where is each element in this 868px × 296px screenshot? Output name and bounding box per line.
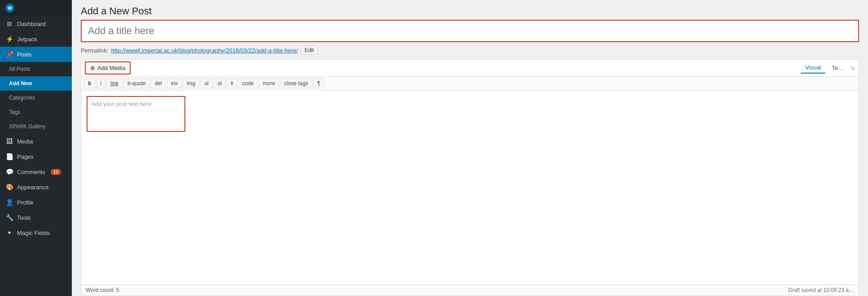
post-text-placeholder: Add your post text here bbox=[87, 96, 185, 132]
permalink-label: Permalink: bbox=[81, 47, 108, 54]
editor-body: Add your post text here bbox=[81, 91, 859, 284]
dashboard-icon: ⊞ bbox=[5, 20, 13, 27]
sidebar-item-jetpack[interactable]: ⚡ Jetpack bbox=[0, 31, 72, 47]
toolbar-close-tags[interactable]: close tags bbox=[280, 78, 312, 88]
toolbar-link[interactable]: link bbox=[106, 78, 123, 88]
title-input[interactable] bbox=[82, 21, 858, 41]
toolbar-code[interactable]: code bbox=[238, 78, 258, 88]
toolbar-more[interactable]: more bbox=[259, 78, 279, 88]
toolbar-paragraph[interactable]: ¶ bbox=[313, 78, 324, 88]
sidebar-item-tags[interactable]: Tags bbox=[0, 105, 72, 119]
toolbar-ul[interactable]: ul bbox=[200, 78, 212, 88]
pages-icon: 📄 bbox=[5, 153, 13, 160]
word-count-area: Word count: 5 bbox=[86, 287, 119, 293]
sidebar-item-spark-gallery[interactable]: SPARK Gallery bbox=[0, 119, 72, 134]
add-media-button[interactable]: ⊕ Add Media bbox=[85, 61, 131, 74]
sidebar-item-magic-fields[interactable]: ✦ Magic Fields bbox=[0, 225, 72, 240]
sidebar-item-add-new[interactable]: Add New bbox=[0, 76, 72, 91]
editor-footer: Word count: 5 Draft saved at 10:08:23 a… bbox=[81, 284, 859, 296]
permalink-edit-button[interactable]: Edit bbox=[301, 46, 318, 55]
sidebar-item-posts[interactable]: 📌 Posts bbox=[0, 47, 72, 62]
toolbar-img[interactable]: img bbox=[183, 78, 199, 88]
sidebar-logo: W bbox=[0, 0, 72, 16]
toolbar-bquote[interactable]: b-quote bbox=[123, 78, 150, 88]
toolbar-del[interactable]: del bbox=[151, 78, 166, 88]
editor-topbar: ⊕ Add Media Visual Te… ⇲ bbox=[81, 60, 859, 77]
sidebar-item-dashboard[interactable]: ⊞ Dashboard bbox=[0, 16, 72, 31]
sidebar-item-profile[interactable]: 👤 Profile bbox=[0, 195, 72, 210]
magic-fields-icon: ✦ bbox=[5, 229, 13, 236]
title-wrapper bbox=[81, 20, 859, 42]
sidebar-item-pages[interactable]: 📄 Pages bbox=[0, 149, 72, 164]
page-header: Add a New Post bbox=[72, 0, 868, 20]
wordpress-icon: W bbox=[5, 4, 14, 13]
content-area: Permalink: http://wwwf.imperial.ac.uk/bl… bbox=[72, 20, 868, 296]
add-media-icon: ⊕ bbox=[90, 65, 95, 71]
sidebar-item-categories[interactable]: Categories bbox=[0, 91, 72, 105]
editor-toolbar: b i link b-quote del ins img ul ol li co… bbox=[81, 77, 859, 91]
page-title: Add a New Post bbox=[81, 5, 859, 17]
draft-saved: Draft saved at 10:08:23 a… bbox=[788, 287, 854, 293]
toolbar-li[interactable]: li bbox=[227, 78, 237, 88]
main-content: Add a New Post Permalink: http://wwwf.im… bbox=[72, 0, 868, 296]
toolbar-ins[interactable]: ins bbox=[167, 78, 182, 88]
expand-icon[interactable]: ⇲ bbox=[850, 65, 855, 71]
comments-icon: 💬 bbox=[5, 168, 13, 175]
toolbar-ol[interactable]: ol bbox=[214, 78, 226, 88]
appearance-icon: 🎨 bbox=[5, 183, 13, 191]
sidebar-item-all-posts[interactable]: All Posts bbox=[0, 62, 72, 76]
editor-tabs: Visual Te… ⇲ bbox=[801, 62, 855, 74]
profile-icon: 👤 bbox=[5, 199, 13, 206]
permalink-url[interactable]: http://wwwf.imperial.ac.uk/blog/photogra… bbox=[111, 47, 298, 54]
tools-icon: 🔧 bbox=[5, 214, 13, 221]
toolbar-bold[interactable]: b bbox=[84, 78, 95, 88]
toolbar-italic[interactable]: i bbox=[96, 78, 105, 88]
sidebar-item-appearance[interactable]: 🎨 Appearance bbox=[0, 179, 72, 195]
posts-icon: 📌 bbox=[5, 51, 13, 58]
tab-visual[interactable]: Visual bbox=[801, 62, 825, 74]
comments-badge: 10 bbox=[51, 169, 61, 175]
word-count-value: 5 bbox=[116, 287, 119, 293]
tab-text[interactable]: Te… bbox=[827, 63, 848, 73]
jetpack-icon: ⚡ bbox=[5, 35, 13, 43]
sidebar-item-media[interactable]: 🖼 Media bbox=[0, 134, 72, 149]
sidebar-item-tools[interactable]: 🔧 Tools bbox=[0, 210, 72, 225]
word-count-label: Word count: bbox=[86, 287, 114, 293]
sidebar: W ⊞ Dashboard ⚡ Jetpack 📌 Posts All Post… bbox=[0, 0, 72, 296]
media-icon: 🖼 bbox=[5, 138, 13, 145]
editor-wrapper: ⊕ Add Media Visual Te… ⇲ b i link b-quot… bbox=[81, 59, 859, 296]
sidebar-item-comments[interactable]: 💬 Comments 10 bbox=[0, 164, 72, 179]
permalink-row: Permalink: http://wwwf.imperial.ac.uk/bl… bbox=[81, 46, 859, 55]
